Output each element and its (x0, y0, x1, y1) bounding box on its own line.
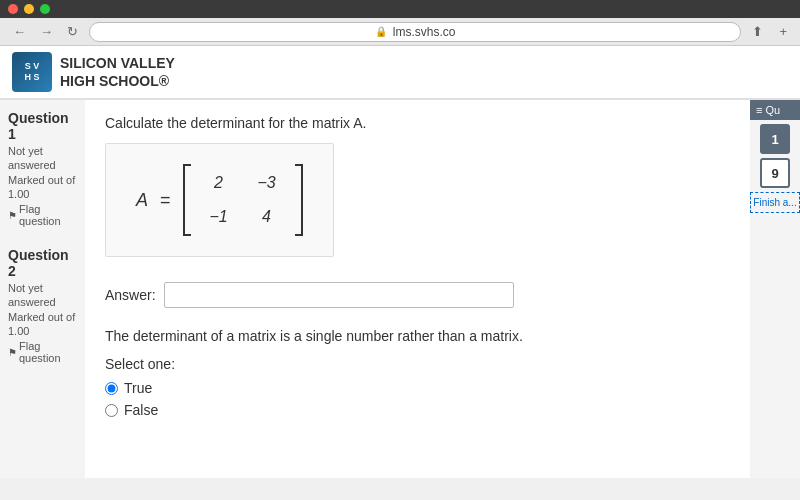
answer-row: Answer: (105, 282, 730, 308)
question-2-nav: Question 2 Not yet answered Marked out o… (8, 247, 77, 364)
question-1-prompt: Calculate the determinant for the matrix… (105, 115, 730, 131)
minimize-dot[interactable] (24, 4, 34, 14)
matrix-display: A = 2 −3 −1 4 (105, 143, 334, 257)
answer-label: Answer: (105, 287, 156, 303)
flag-icon-1: ⚑ (8, 210, 17, 221)
question-1-block: Calculate the determinant for the matrix… (105, 115, 730, 308)
panel-btn-9[interactable]: 9 (760, 158, 790, 188)
browser-chrome (0, 0, 800, 18)
site-header: S VH S SILICON VALLEY HIGH SCHOOL® (0, 46, 800, 100)
panel-header-label: ≡ Qu (756, 104, 780, 116)
cell-1-1: 4 (262, 208, 271, 226)
back-button[interactable]: ← (8, 22, 31, 41)
cell-0-0: 2 (214, 174, 223, 192)
question-1-flag[interactable]: ⚑ Flag question (8, 203, 77, 227)
school-name-top: SILICON VALLEY (60, 54, 175, 72)
option-true[interactable]: True (105, 380, 730, 396)
question-2-label: Question 2 (8, 247, 77, 279)
select-one-label: Select one: (105, 356, 730, 372)
school-name-bottom: HIGH SCHOOL® (60, 72, 175, 90)
address-bar[interactable]: 🔒 lms.svhs.co (89, 22, 741, 42)
answer-input[interactable] (164, 282, 514, 308)
share-button[interactable]: ⬆ (747, 22, 768, 41)
question-1-label: Question 1 (8, 110, 77, 142)
bracket-left (183, 164, 191, 236)
flag-label-2: Flag question (19, 340, 77, 364)
question-2-status: Not yet answered (8, 281, 77, 310)
address-text: lms.svhs.co (393, 25, 456, 39)
question-1-status: Not yet answered (8, 144, 77, 173)
logo-box: S VH S SILICON VALLEY HIGH SCHOOL® (12, 52, 175, 92)
left-sidebar: Question 1 Not yet answered Marked out o… (0, 100, 85, 478)
nav-buttons: ← → ↻ (8, 22, 83, 41)
cell-1-0: −1 (209, 208, 227, 226)
reload-button[interactable]: ↻ (62, 22, 83, 41)
matrix-grid: 2 −3 −1 4 (193, 164, 293, 236)
question-2-block: The determinant of a matrix is a single … (105, 328, 730, 418)
question-2-prompt: The determinant of a matrix is a single … (105, 328, 730, 344)
matrix-equation: A = 2 −3 −1 4 (136, 164, 303, 236)
radio-true[interactable] (105, 382, 118, 395)
cell-0-1: −3 (257, 174, 275, 192)
option-false[interactable]: False (105, 402, 730, 418)
question-2-flag[interactable]: ⚑ Flag question (8, 340, 77, 364)
forward-button[interactable]: → (35, 22, 58, 41)
logo-text: S VH S (24, 61, 39, 83)
question-1-marked: Marked out of 1.00 (8, 173, 77, 202)
flag-icon-2: ⚑ (8, 347, 17, 358)
close-dot[interactable] (8, 4, 18, 14)
logo-image: S VH S (12, 52, 52, 92)
right-panel-header[interactable]: ≡ Qu (750, 100, 800, 120)
right-panel: ≡ Qu 1 9 Finish a... (750, 100, 800, 478)
matrix-bracket-wrapper: 2 −3 −1 4 (183, 164, 303, 236)
flag-label-1: Flag question (19, 203, 77, 227)
question-1-nav: Question 1 Not yet answered Marked out o… (8, 110, 77, 227)
radio-false[interactable] (105, 404, 118, 417)
maximize-dot[interactable] (40, 4, 50, 14)
lock-icon: 🔒 (375, 26, 387, 37)
main-content: Calculate the determinant for the matrix… (85, 100, 750, 478)
finish-attempt-link[interactable]: Finish a... (750, 192, 800, 213)
panel-btn-1[interactable]: 1 (760, 124, 790, 154)
add-tab-button[interactable]: + (774, 22, 792, 41)
equals-sign: = (160, 190, 171, 211)
option-false-label: False (124, 402, 158, 418)
question-2-marked: Marked out of 1.00 (8, 310, 77, 339)
option-true-label: True (124, 380, 152, 396)
school-name: SILICON VALLEY HIGH SCHOOL® (60, 54, 175, 90)
matrix-variable: A (136, 190, 148, 211)
bracket-right (295, 164, 303, 236)
browser-toolbar: ← → ↻ 🔒 lms.svhs.co ⬆ + (0, 18, 800, 46)
